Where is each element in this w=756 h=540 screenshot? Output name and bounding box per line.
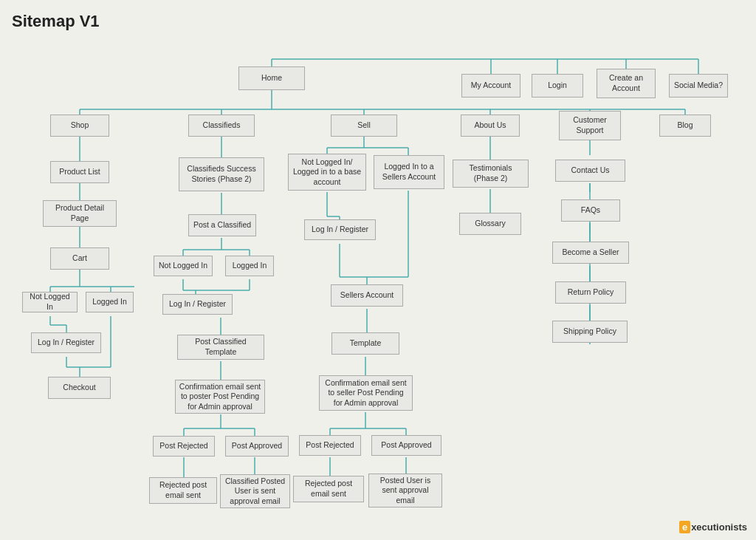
post-approved-sell-box: Post Approved	[371, 435, 441, 456]
my-account-box: My Account	[461, 74, 520, 98]
logged-in-sellers-box: Logged In to a Sellers Account	[374, 155, 444, 189]
classifieds-box: Classifieds	[188, 115, 255, 137]
template-box: Template	[331, 332, 399, 355]
social-media-box: Social Media?	[669, 74, 728, 98]
logged-in-1-box: Logged In	[86, 292, 134, 312]
product-detail-box: Product Detail Page	[43, 200, 117, 227]
sell-box: Sell	[331, 115, 397, 137]
cart-box: Cart	[50, 247, 109, 270]
create-account-box: Create an Account	[597, 69, 656, 98]
post-classified-template-box: Post Classified Template	[177, 335, 264, 360]
logo-text: xecutionists	[691, 522, 747, 533]
post-rejected-2-box: Post Rejected	[153, 436, 215, 457]
product-list-box: Product List	[50, 161, 109, 183]
checkout-box: Checkout	[48, 377, 111, 399]
testimonials-box: Testimonials (Phase 2)	[453, 160, 529, 188]
shop-box: Shop	[50, 115, 109, 137]
home-box: Home	[238, 66, 305, 90]
glossary-box: Glossary	[459, 213, 521, 235]
login-box: Login	[532, 74, 583, 98]
contact-us-box: Contact Us	[555, 160, 625, 182]
not-logged-in-sell-box: Not Logged In/ Logged in to a base accou…	[288, 154, 366, 191]
page-title: Sitemap V1	[12, 12, 744, 31]
return-policy-box: Return Policy	[555, 281, 626, 304]
logo: executionists	[679, 522, 747, 533]
confirmation-email-poster-box: Confirmation email sent to poster Post P…	[175, 380, 265, 414]
login-register-sell-box: Log In / Register	[304, 219, 376, 240]
blog-box: Blog	[659, 115, 711, 137]
shipping-policy-box: Shipping Policy	[552, 321, 628, 343]
not-logged-in-2-box: Not Logged In	[154, 256, 213, 276]
classified-posted-box: Classified Posted User is sent approval …	[220, 474, 290, 508]
rejected-email-sell-box: Rejected post email sent	[293, 476, 364, 502]
logged-in-2-box: Logged In	[225, 256, 274, 276]
faqs-box: FAQs	[561, 199, 620, 222]
posted-box: Posted User is sent approval email	[368, 474, 442, 507]
not-logged-in-1-box: Not Logged In	[22, 292, 78, 312]
login-register-2-box: Log In / Register	[162, 294, 233, 315]
post-approved-2-box: Post Approved	[225, 436, 289, 457]
logo-e: e	[679, 521, 690, 533]
about-us-box: About Us	[461, 115, 520, 137]
post-classified-box: Post a Classified	[188, 214, 256, 236]
login-register-1-box: Log In / Register	[31, 332, 101, 353]
classifieds-success-box: Classifieds Success Stories (Phase 2)	[179, 157, 264, 191]
confirmation-email-seller-box: Confirmation email sent to seller Post P…	[319, 375, 413, 411]
sellers-account-box: Sellers Account	[331, 284, 403, 307]
rejected-email-2-box: Rejected post email sent	[149, 477, 217, 504]
post-rejected-sell-box: Post Rejected	[299, 435, 361, 456]
become-a-seller-box: Become a Seller	[552, 242, 629, 264]
customer-support-box: Customer Support	[559, 111, 621, 140]
